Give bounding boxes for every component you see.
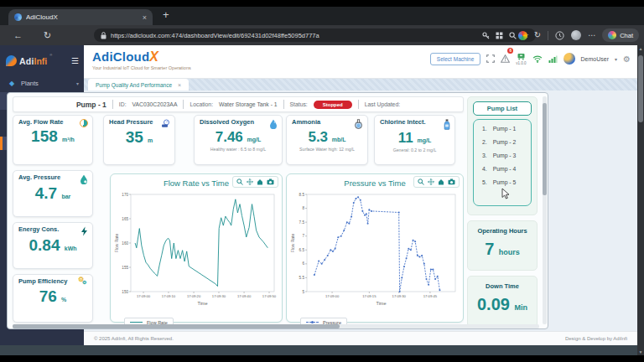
svg-text:17:09:00: 17:09:00 — [137, 294, 151, 298]
hamburger-icon[interactable]: ☰ — [71, 56, 79, 65]
workspaces-icon[interactable] — [496, 32, 503, 39]
svg-text:6.5: 6.5 — [299, 248, 305, 252]
svg-text:17:09:30: 17:09:30 — [392, 294, 407, 298]
bottle-icon — [444, 119, 450, 130]
home-tool-icon[interactable] — [257, 178, 263, 185]
legend-line-sample — [130, 322, 143, 323]
browser-tab[interactable]: AdiCloudX × — [8, 9, 153, 25]
bottom-strip — [0, 345, 637, 355]
chat-button[interactable]: Chat — [602, 28, 639, 42]
extensions-icon[interactable] — [518, 31, 527, 40]
metric-energy: Energy Cons. 0.84 kWh — [13, 222, 93, 269]
chat-logo-icon — [608, 31, 616, 39]
alert-count-badge: 6 — [507, 48, 513, 54]
zoom-tool-icon[interactable] — [418, 178, 424, 185]
flow-chart-plot[interactable]: 15015516016517017:09:0017:09:1017:09:201… — [114, 190, 278, 308]
pump-list-item[interactable]: 1.Pump - 1 — [482, 126, 531, 132]
pressure-chart-title: Pressure vs Time — [344, 178, 405, 188]
address-bar[interactable]: https://adicloudx.com:474/dashboardView/… — [94, 28, 536, 42]
svg-text:17:09:50: 17:09:50 — [262, 294, 277, 298]
user-menu-chevron-icon[interactable]: ▾ — [615, 56, 617, 62]
flow-chart-card: Flow Rate vs Time 15015516016517017:09:0… — [110, 173, 283, 323]
page-tab-strip: Pump Quality And Performance × — [84, 79, 637, 90]
svg-text:17:09:00: 17:09:00 — [325, 294, 340, 298]
sidebar-item-plants[interactable]: ◆ Plants▾ — [0, 75, 84, 92]
settings-gear-icon[interactable]: ⚙ — [623, 54, 631, 64]
svg-text:170: 170 — [122, 193, 128, 197]
browser-profile-avatar[interactable] — [571, 30, 581, 40]
pump-list-item[interactable]: 3.Pump - 3 — [482, 153, 531, 158]
svg-text:Flow Rate: Flow Rate — [114, 234, 119, 253]
dashboard-vertical-scrollbar[interactable] — [543, 96, 547, 324]
select-machine-button[interactable]: Select Machine — [430, 53, 480, 65]
svg-text:17:09:30: 17:09:30 — [212, 294, 226, 298]
svg-text:17:09:20: 17:09:20 — [187, 294, 201, 298]
scroll-up-icon[interactable]: ▲ — [637, 46, 644, 51]
kpi-avg-flow-rate: Avg. Flow Rate 158 m³/h — [13, 115, 93, 165]
machine-icon — [517, 53, 526, 60]
water-drop-icon — [269, 119, 278, 129]
pressure-gauge-icon — [161, 119, 170, 128]
pan-tool-icon[interactable] — [247, 178, 253, 185]
tab-close-icon[interactable]: × — [143, 13, 147, 22]
app-window: AdiInfi ® ☰ ◆ Plants▾ ▣ Dashboards▾ Wate… — [0, 45, 637, 355]
more-menu-icon[interactable]: ⋯ — [588, 25, 595, 45]
user-avatar[interactable] — [564, 53, 575, 65]
app-logo: AdiCloudX Your Industrial IoT Cloud for … — [92, 49, 191, 70]
browser-nav-bar: ← ↻ https://adicloudx.com:474/dashboardV… — [0, 25, 644, 45]
down-time-card: Down Time 0.09 Min — [467, 276, 538, 328]
brand-logo-icon — [6, 55, 17, 66]
svg-text:7.5: 7.5 — [299, 220, 305, 225]
pump-list-item[interactable]: 4.Pump - 4 — [482, 166, 531, 172]
svg-text:17:09:45: 17:09:45 — [423, 294, 438, 298]
history-clock-icon[interactable] — [555, 31, 564, 40]
svg-text:5: 5 — [302, 290, 304, 294]
svg-text:17:09:40: 17:09:40 — [237, 294, 252, 298]
status-badge: Stopped — [314, 101, 352, 109]
camera-tool-icon[interactable] — [267, 178, 274, 185]
page-tab-close-icon[interactable]: × — [178, 82, 181, 88]
pressure-chart-toolbar — [413, 176, 460, 188]
app-header: AdiCloudX Your Industrial IoT Cloud for … — [84, 45, 637, 79]
pressure-chart-plot[interactable]: 55.566.577.588.517:09:0017:09:1517:09:30… — [290, 190, 460, 308]
flask-icon — [354, 119, 363, 129]
zoom-icon[interactable] — [509, 32, 517, 39]
camera-tool-icon[interactable] — [448, 178, 455, 185]
home-tool-icon[interactable] — [438, 178, 444, 185]
new-tab-button[interactable]: + — [163, 8, 169, 21]
svg-text:5.5: 5.5 — [299, 276, 305, 280]
svg-text:17:09:15: 17:09:15 — [362, 294, 377, 298]
flow-meter-icon — [80, 119, 88, 127]
sync-icon[interactable]: ↻ — [534, 25, 541, 45]
pump-location: Water Storage Tank - 1 — [219, 101, 278, 107]
favicon-icon — [14, 13, 22, 21]
back-icon[interactable]: ← — [13, 25, 23, 45]
zoom-tool-icon[interactable] — [236, 178, 243, 185]
key-icon[interactable] — [482, 32, 490, 39]
kpi-head-pressure: Head Pressure 35 m — [103, 115, 175, 165]
pump-list-item[interactable]: 2.Pump - 2 — [482, 139, 531, 145]
kpi-chlorine: Chlorine Intect. 11 mg/L General: 0.2 to… — [374, 115, 455, 165]
page-tab-active[interactable]: Pump Quality And Performance × — [88, 79, 189, 90]
svg-text:Time: Time — [197, 301, 207, 306]
svg-text:155: 155 — [122, 266, 128, 270]
machine-status[interactable]: v1.0.0 — [516, 53, 526, 65]
fullscreen-icon[interactable] — [486, 54, 495, 63]
pan-tool-icon[interactable] — [428, 178, 434, 185]
svg-text:Flow Rate: Flow Rate — [290, 234, 295, 253]
pump-list-item[interactable]: 5.Pump - 5 — [482, 179, 531, 185]
window-scrollbar[interactable]: ▲ ▼ — [637, 45, 644, 355]
reload-icon[interactable]: ↻ — [44, 25, 51, 45]
svg-text:8.5: 8.5 — [299, 193, 305, 197]
lightning-icon — [80, 226, 88, 236]
alerts-indicator[interactable]: 6 — [501, 51, 510, 66]
kpi-ammonia: Ammonia 5.3 mb/L Surface Water high: 12 … — [286, 115, 368, 165]
dashboard-canvas: Pump - 1 ID: VAC030C2023AA Location: Wat… — [7, 92, 548, 329]
dashboard-horizontal-scrollbar[interactable] — [13, 324, 539, 328]
scroll-down-icon[interactable]: ▼ — [637, 349, 644, 354]
pump-info-bar: Pump - 1 ID: VAC030C2023AA Location: Wat… — [13, 96, 464, 112]
svg-text:6: 6 — [302, 261, 304, 266]
user-name[interactable]: DemoUser — [581, 56, 609, 62]
flow-chart-title: Flow Rate vs Time — [164, 178, 229, 188]
gears-icon: ⚙ ⚙ — [78, 278, 88, 287]
